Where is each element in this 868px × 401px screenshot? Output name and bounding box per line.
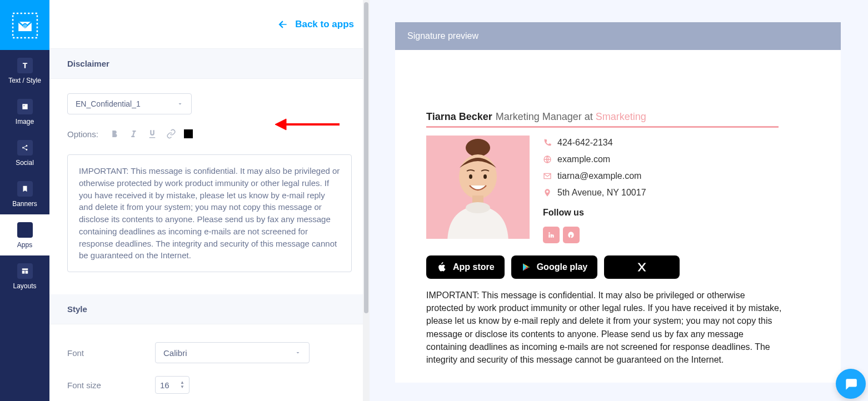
svg-point-17	[469, 174, 472, 179]
back-to-apps-link[interactable]: Back to apps	[277, 19, 354, 30]
arrow-left-icon	[277, 19, 288, 30]
svg-point-18	[483, 174, 487, 179]
svg-point-20	[466, 202, 490, 213]
signature-divider	[426, 126, 779, 128]
link-button[interactable]	[165, 128, 177, 140]
template-selected-value: EN_Confidential_1	[76, 99, 141, 108]
nav-apps[interactable]: Apps	[0, 214, 49, 255]
italic-button[interactable]	[127, 128, 139, 140]
appstore-label: App store	[453, 262, 495, 272]
svg-rect-10	[25, 230, 27, 233]
nav-banners[interactable]: Banners	[0, 173, 49, 214]
disclaimer-section-header: Disclaimer	[49, 49, 370, 79]
linkedin-button[interactable]	[543, 227, 560, 243]
contact-phone-value: 424-642-2134	[557, 138, 613, 148]
phone-icon	[543, 138, 552, 147]
location-icon	[543, 188, 552, 197]
options-label: Options:	[67, 129, 98, 139]
apple-icon	[436, 262, 447, 273]
nav-social-label: Social	[16, 159, 34, 167]
font-label: Font	[67, 348, 155, 358]
svg-rect-8	[25, 227, 27, 229]
contact-phone: 424-642-2134	[543, 138, 810, 148]
svg-rect-7	[22, 227, 24, 229]
nav-logo[interactable]: @	[0, 0, 49, 50]
disclaimer-text-editor[interactable]: IMPORTANT: This message is confidential.…	[67, 154, 352, 272]
preview-header: Signature preview	[395, 22, 841, 50]
chat-icon	[844, 377, 858, 391]
svg-rect-9	[22, 230, 24, 233]
mail-icon	[543, 172, 552, 181]
signature-disclaimer: IMPORTANT: This message is confidential.…	[426, 289, 782, 366]
nav-image[interactable]: Image	[0, 91, 49, 132]
pinterest-button[interactable]	[563, 227, 580, 243]
globe-icon	[543, 155, 552, 164]
scrollbar-thumb[interactable]	[364, 2, 368, 313]
signature-title: Marketing Manager at Smarketing	[496, 111, 646, 123]
caret-down-icon	[177, 101, 183, 107]
x-icon	[636, 262, 647, 273]
linkedin-icon	[547, 231, 555, 239]
underline-button[interactable]	[146, 128, 158, 140]
nav-text-style-label: Text / Style	[8, 77, 41, 84]
disclaimer-template-select[interactable]: EN_Confidential_1	[67, 93, 192, 114]
contact-address-value: 5th Avenue, NY 10017	[557, 188, 646, 198]
nav-banners-label: Banners	[12, 200, 37, 208]
font-value: Calibri	[163, 348, 187, 358]
follow-label: Follow us	[543, 208, 810, 218]
bold-button[interactable]	[108, 128, 121, 140]
signature-body: Tiarna Becker Marketing Manager at Smark…	[395, 50, 841, 383]
contact-email-value: tiarna@example.com	[557, 171, 641, 181]
googleplay-button[interactable]: Google play	[511, 255, 598, 279]
nav-text-style[interactable]: Text / Style	[0, 50, 49, 91]
signature-name: Tiarna Becker	[426, 111, 492, 123]
caret-down-icon	[295, 349, 301, 356]
svg-point-15	[466, 139, 490, 157]
nav-apps-label: Apps	[17, 241, 32, 249]
googleplay-icon	[521, 262, 531, 272]
googleplay-label: Google play	[537, 262, 588, 272]
font-select[interactable]: Calibri	[155, 342, 310, 363]
back-to-apps-label: Back to apps	[295, 19, 354, 30]
contact-email: tiarna@example.com	[543, 171, 810, 181]
contact-website: example.com	[543, 154, 810, 164]
text-color-picker[interactable]	[184, 129, 193, 138]
svg-rect-11	[22, 268, 28, 270]
preview-pane: Signature preview Tiarna Becker Marketin…	[370, 0, 868, 401]
font-size-stepper[interactable]: 16 ▲▼	[155, 376, 189, 394]
signature-brand: Smarketing	[596, 111, 646, 122]
font-size-label: Font size	[67, 380, 155, 390]
contact-website-value: example.com	[557, 154, 610, 164]
sidebar: @ Text / Style Image Social Banners Apps…	[0, 0, 49, 401]
svg-rect-13	[25, 270, 28, 273]
svg-rect-12	[22, 270, 24, 273]
nav-social[interactable]: Social	[0, 132, 49, 173]
svg-text:@: @	[23, 24, 27, 28]
svg-point-3	[23, 105, 24, 106]
signature-photo	[426, 136, 530, 239]
x-button[interactable]	[604, 255, 680, 279]
contact-address: 5th Avenue, NY 10017	[543, 188, 810, 198]
appstore-button[interactable]: App store	[426, 255, 505, 279]
nav-image-label: Image	[16, 118, 34, 126]
font-size-value: 16	[160, 380, 169, 390]
editor-panel: Back to apps Disclaimer EN_Confidential_…	[49, 0, 370, 401]
style-section-header: Style	[49, 294, 370, 324]
nav-layouts-label: Layouts	[13, 282, 36, 290]
chat-fab[interactable]	[836, 369, 866, 399]
pinterest-icon	[567, 231, 575, 239]
editor-scrollbar[interactable]	[363, 0, 370, 401]
nav-layouts[interactable]: Layouts	[0, 255, 49, 297]
stepper-arrows-icon[interactable]: ▲▼	[180, 380, 184, 389]
disclaimer-text-content: IMPORTANT: This message is confidential.…	[79, 166, 340, 260]
